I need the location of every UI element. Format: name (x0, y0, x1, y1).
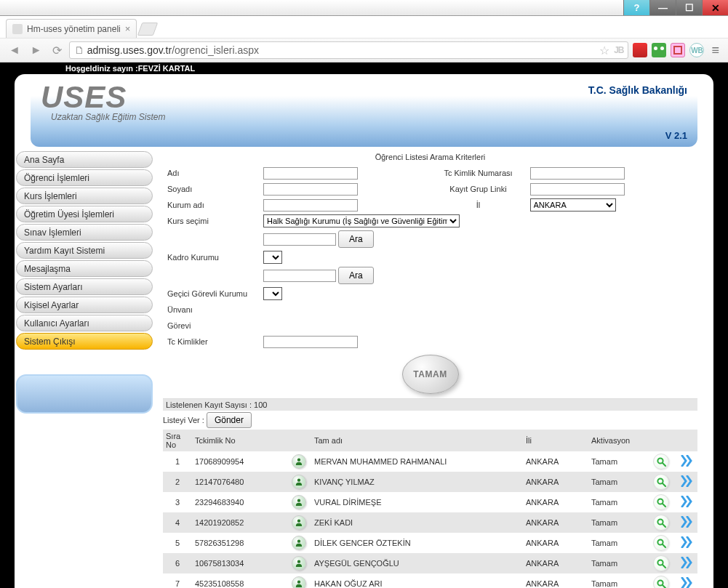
back-icon[interactable]: ◄ (6, 44, 23, 57)
cell-il: ANKARA (523, 573, 588, 588)
input-kadro-extra[interactable] (263, 270, 336, 282)
cell-tc: 57826351298 (192, 533, 287, 553)
magnify-icon[interactable] (653, 555, 669, 571)
magnify-icon[interactable] (653, 535, 669, 551)
search-criteria-title: Öğrenci Listesi Arama Kriterleri (163, 153, 697, 161)
sidebar-item-kurs[interactable]: Kurs İşlemleri (16, 188, 153, 204)
cell-akt: Tamam (588, 512, 647, 533)
forward-double-icon[interactable] (680, 581, 693, 588)
sidebar-item-kullanici[interactable]: Kullanıcı Ayarları (16, 315, 153, 331)
input-adi[interactable] (263, 167, 358, 180)
extension-icon-blue[interactable]: WB (689, 43, 704, 57)
label-kurs: Kurs seçimi (164, 214, 259, 228)
table-row: 212147076480KIVANÇ YILMAZANKARATamam (163, 472, 697, 492)
cell-sira: 2 (163, 472, 192, 492)
address-bar-row: ◄ ► ⟳ 🗋 admisg.uses.gov.tr/ogrenci_isler… (0, 38, 728, 63)
ministry-label: T.C. Sağlık Bakanlığı (588, 84, 687, 96)
label-kadro: Kadro Kurumu (164, 250, 259, 265)
person-info-icon[interactable] (292, 536, 306, 550)
sidebar-item-ogrenci[interactable]: Öğrenci İşlemleri (16, 169, 153, 186)
input-tc[interactable] (530, 167, 625, 180)
main-panel: USES Uzaktan Sağlık Eğitim Sistem T.C. S… (15, 74, 713, 588)
forward-double-icon[interactable] (680, 459, 693, 468)
jb-icon[interactable]: JB (614, 45, 623, 55)
magnify-icon[interactable] (653, 494, 669, 510)
table-row: 745235108558HAKAN OĞUZ ARIANKARATamam (163, 573, 697, 588)
select-kadro[interactable] (263, 251, 282, 264)
magnify-icon[interactable] (653, 515, 669, 531)
forward-icon[interactable]: ► (28, 44, 45, 57)
sidebar-item-cikis[interactable]: Sistem Çıkışı (16, 333, 153, 350)
person-info-icon[interactable] (292, 576, 306, 588)
th-sira: Sıra No (163, 430, 192, 451)
select-gecici[interactable] (263, 287, 282, 300)
cell-sira: 5 (163, 533, 192, 553)
cell-il: ANKARA (523, 512, 588, 533)
button-ara-1[interactable]: Ara (338, 230, 374, 248)
os-close-button[interactable]: ✕ (702, 0, 728, 15)
forward-double-icon[interactable] (680, 500, 693, 509)
browser-chrome: Hm-uses yönetim paneli × ◄ ► ⟳ 🗋 admisg.… (0, 16, 728, 63)
person-info-icon[interactable] (292, 515, 306, 530)
forward-double-icon[interactable] (680, 541, 693, 549)
input-kurumadi[interactable] (263, 199, 358, 212)
th-il: İli (523, 430, 588, 451)
bookmark-star-icon[interactable]: ☆ (599, 44, 609, 57)
os-help-button[interactable]: ? (623, 0, 649, 15)
table-row: 610675813034AYŞEGÜL GENÇOĞLUANKARATamam (163, 553, 697, 573)
sidebar-item-sinav[interactable]: Sınav İşlemleri (16, 224, 153, 241)
button-ara-2[interactable]: Ara (338, 267, 374, 284)
tabs-row: Hm-uses yönetim paneli × (0, 16, 728, 38)
input-soyadi[interactable] (263, 183, 358, 196)
button-tamam[interactable]: TAMAM (402, 355, 459, 394)
cell-il: ANKARA (523, 533, 588, 553)
page-viewport: Hoşgeldiniz sayın :FEVZİ KARTAL USES Uza… (0, 63, 728, 588)
new-tab-button[interactable] (137, 23, 159, 36)
input-kayitgrup[interactable] (530, 183, 625, 196)
magnify-icon[interactable] (653, 474, 669, 490)
sidebar-item-anasayfa[interactable]: Ana Sayfa (16, 151, 153, 168)
extension-icon-pink[interactable] (671, 43, 685, 57)
sidebar-item-yardim[interactable]: Yardım Kayıt Sistemi (16, 242, 153, 259)
sidebar-item-ogretim[interactable]: Öğretim Üyesi İşlemleri (16, 206, 153, 222)
button-gonder[interactable]: Gönder (207, 412, 252, 428)
person-info-icon[interactable] (292, 556, 306, 571)
forward-double-icon[interactable] (680, 520, 693, 529)
magnify-icon[interactable] (653, 454, 669, 470)
extension-icon-red[interactable] (633, 43, 647, 57)
os-minimize-button[interactable]: — (649, 0, 676, 15)
sidebar-item-mesaj[interactable]: Mesajlaşma (16, 260, 153, 277)
brand-subtitle: Uzaktan Sağlık Eğitim Sistem (51, 112, 687, 122)
os-maximize-button[interactable]: ☐ (676, 0, 702, 15)
extension-icon-green[interactable] (652, 43, 666, 57)
url-input[interactable]: 🗋 admisg.uses.gov.tr/ogrenci_isleri.aspx… (69, 41, 629, 59)
sidebar-item-kisisel[interactable]: Kişisel Ayarlar (16, 297, 153, 313)
cell-tc: 12147076480 (192, 472, 287, 492)
person-info-icon[interactable] (292, 495, 306, 510)
results-table: Sıra No Tckimlik No Tam adı İli Aktivasy… (163, 430, 697, 588)
table-row: 414201920852ZEKİ KADIANKARATamam (163, 512, 697, 533)
reload-icon[interactable]: ⟳ (49, 44, 65, 57)
page-icon: 🗋 (74, 44, 84, 56)
input-kurs-extra[interactable] (263, 233, 336, 246)
cell-name: HAKAN OĞUZ ARI (311, 573, 523, 588)
label-unvan: Ünvanı (164, 302, 259, 317)
input-tckimlikler[interactable] (263, 336, 358, 348)
th-tamadi: Tam adı (311, 430, 523, 451)
tab-uses[interactable]: Hm-uses yönetim paneli × (6, 19, 137, 38)
sidebar-item-sistem[interactable]: Sistem Ayarları (16, 278, 153, 295)
person-info-icon[interactable] (292, 454, 306, 469)
select-il[interactable]: ANKARA (530, 198, 616, 212)
cell-tc: 45235108558 (192, 573, 287, 588)
forward-double-icon[interactable] (680, 480, 693, 488)
favicon-icon (12, 24, 23, 34)
label-gecici: Geçici Görevli Kurumu (164, 286, 259, 301)
person-info-icon[interactable] (292, 475, 306, 489)
content: Öğrenci Listesi Arama Kriterleri Adı Tc … (153, 151, 713, 588)
forward-double-icon[interactable] (680, 561, 693, 570)
label-il: İl (431, 198, 526, 212)
magnify-icon[interactable] (653, 576, 669, 588)
browser-menu-icon[interactable]: ≡ (708, 43, 722, 58)
tab-close-icon[interactable]: × (125, 23, 131, 34)
select-kurs[interactable]: Halk Sağlığı Kurumu (İş Sağlığı ve Güven… (263, 214, 460, 227)
